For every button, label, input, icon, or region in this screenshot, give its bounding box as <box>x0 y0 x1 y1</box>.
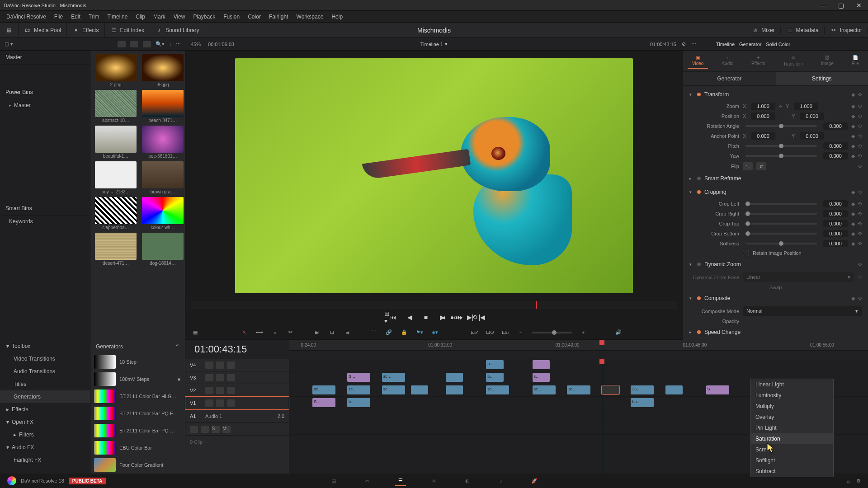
page-deliver[interactable]: 🚀 <box>529 475 540 486</box>
insert-mode-icon[interactable]: ⊞ ▾ <box>384 313 393 322</box>
reset-icon[interactable]: ⟲ <box>858 201 862 207</box>
bypass-icon[interactable]: ⊘ <box>682 41 686 47</box>
lib-titles[interactable]: Titles <box>0 378 90 390</box>
mediapool-toggle[interactable]: 🗂Media Pool <box>24 27 61 34</box>
rotation-field[interactable]: 0.000 <box>823 122 848 130</box>
zoom-detail-icon[interactable]: ⊡⊙ <box>486 328 495 337</box>
auto-select-icon[interactable] <box>216 387 224 394</box>
insert-clip-icon[interactable]: ⊞ <box>312 328 321 337</box>
keyframe-icon[interactable]: ◆ <box>851 189 855 195</box>
link-icon[interactable]: ⟐ <box>779 103 782 109</box>
keyframe-icon[interactable]: ◆ <box>851 296 855 301</box>
timeline-clip[interactable]: s… <box>533 373 550 382</box>
menu-timeline[interactable]: Timeline <box>104 12 131 21</box>
inspector-toggle[interactable]: ✂Inspector <box>830 27 862 34</box>
maximize-button[interactable]: ▢ <box>832 0 850 11</box>
powerbin-master[interactable]: ▸Master <box>0 99 90 111</box>
pos-x-field[interactable]: 0.000 <box>751 113 775 120</box>
softness-slider[interactable] <box>745 243 817 244</box>
keyframe-icon[interactable]: ◆ <box>851 201 855 207</box>
menu-view[interactable]: View <box>170 12 189 21</box>
croptop-slider[interactable] <box>745 223 817 225</box>
timeline-clip[interactable]: S… <box>347 373 370 382</box>
editindex-toggle[interactable]: ☰Edit Index <box>110 27 144 34</box>
keyframe-icon[interactable]: ◆ <box>851 103 855 109</box>
timeline-clip[interactable]: S… <box>706 385 729 394</box>
flip-h-button[interactable]: ⇋ <box>743 162 753 170</box>
lock-icon[interactable] <box>205 374 213 381</box>
lib-audiofx[interactable]: ▾Audio FX <box>0 441 90 454</box>
tab-video[interactable]: ▣Video <box>688 53 708 69</box>
timeline-clip[interactable]: p… <box>486 373 503 382</box>
options-icon[interactable]: ⋯ <box>176 41 181 47</box>
mute-icon[interactable]: M <box>222 426 231 433</box>
section-smartreframe[interactable]: ▸Smart Reframe <box>683 172 868 185</box>
audio-track-header[interactable]: A1Audio 12.0 <box>185 409 289 423</box>
dzease-dropdown[interactable]: Linear▾ <box>743 272 854 282</box>
tab-effects[interactable]: ✦Effects <box>747 53 769 69</box>
flip-v-button[interactable]: ⇵ <box>756 162 766 170</box>
metadata-toggle[interactable]: ≣Metadata <box>786 27 819 34</box>
section-dynamiczoom[interactable]: ▾Dynamic Zoom⟲ <box>683 258 868 271</box>
cropright-slider[interactable] <box>745 213 817 215</box>
soundlib-toggle[interactable]: ♪Sound Library <box>156 27 199 34</box>
generator-item[interactable]: Four Color Gradient <box>90 456 185 474</box>
reset-icon[interactable]: ⟲ <box>858 231 862 237</box>
menu-playback[interactable]: Playback <box>189 12 219 21</box>
prev-frame-button[interactable]: ◀ <box>405 313 414 322</box>
keyframe-icon[interactable]: ◆ <box>851 221 855 227</box>
timeline-clip[interactable]: bo… <box>631 398 654 407</box>
lock-icon[interactable]: 🔒 <box>400 328 409 337</box>
timeline-view-icon[interactable]: ▤ <box>191 328 200 337</box>
compmode-option[interactable]: Overlay <box>751 412 833 422</box>
flag-icon[interactable]: ⚑▾ <box>415 328 424 337</box>
media-clip[interactable]: desert-471… <box>95 233 137 266</box>
zoom-in-icon[interactable]: + <box>579 328 588 337</box>
reset-icon[interactable]: ⟲ <box>858 113 862 119</box>
settings-icon[interactable]: ⚙ <box>856 478 861 484</box>
zoom-full-icon[interactable]: ⊡⤢ <box>470 328 479 337</box>
compmode-option[interactable]: Subtract <box>751 466 833 477</box>
compmode-dropdown[interactable]: Normal▾ <box>743 306 862 316</box>
timeline-clip[interactable]: sc… <box>312 385 335 394</box>
selection-tool[interactable]: ↖ <box>240 328 249 337</box>
lib-generators[interactable]: Generators <box>0 390 90 403</box>
timeline-timecode[interactable]: 01:00:43:15 <box>185 340 289 359</box>
enable-icon[interactable] <box>227 374 235 381</box>
star-icon[interactable]: ★ <box>177 376 181 382</box>
enable-dot-icon[interactable] <box>697 330 701 334</box>
keyframe-icon[interactable]: ◆ <box>851 133 855 139</box>
reset-icon[interactable]: ⟲ <box>858 211 862 217</box>
blade-tool[interactable]: ✂ <box>286 328 295 337</box>
enable-dot-icon[interactable] <box>697 190 701 194</box>
compmode-option[interactable]: Pin Light <box>751 422 833 433</box>
generator-item[interactable]: BT.2111 Color Bar PQ F… <box>90 405 185 422</box>
lock-icon[interactable] <box>205 399 213 407</box>
cropbottom-field[interactable]: 0.000 <box>823 230 848 237</box>
viewer-scrubber[interactable] <box>191 301 677 309</box>
generator-item[interactable]: EBU Color Bar <box>90 439 185 456</box>
track-header[interactable]: V3 <box>185 371 289 384</box>
reset-icon[interactable]: ⟲ <box>858 189 862 195</box>
menu-fusion[interactable]: Fusion <box>220 12 243 21</box>
thumb-view-icon[interactable] <box>118 41 126 47</box>
bin-dropdown[interactable]: ▢ ▾ <box>5 41 13 47</box>
media-clip[interactable]: colour-wh… <box>142 197 184 230</box>
compmode-option[interactable]: Screen <box>751 444 833 455</box>
overwrite-clip-icon[interactable]: ⊡ <box>327 328 336 337</box>
yaw-slider[interactable] <box>745 155 817 157</box>
cropleft-field[interactable]: 0.000 <box>823 200 848 207</box>
arm-icon[interactable] <box>201 426 209 433</box>
menu-clip[interactable]: Clip <box>132 12 149 21</box>
timeline-clip[interactable]: sc… <box>382 385 405 394</box>
page-fusion[interactable]: ⚛ <box>429 475 439 486</box>
lib-filters[interactable]: ▸Filters <box>0 428 90 441</box>
generator-item[interactable]: BT.2111 Color Bar HLG … <box>90 388 185 405</box>
menu-color[interactable]: Color <box>244 12 264 21</box>
keyframe-icon[interactable]: ◆ <box>851 211 855 217</box>
enable-icon[interactable] <box>227 387 235 394</box>
menu-fairlight[interactable]: Fairlight <box>265 12 292 21</box>
track-header[interactable]: V4 <box>185 359 289 371</box>
generator-item[interactable]: 10 Step <box>90 353 185 371</box>
section-transform[interactable]: ▾Transform◆⟲ <box>683 88 868 101</box>
